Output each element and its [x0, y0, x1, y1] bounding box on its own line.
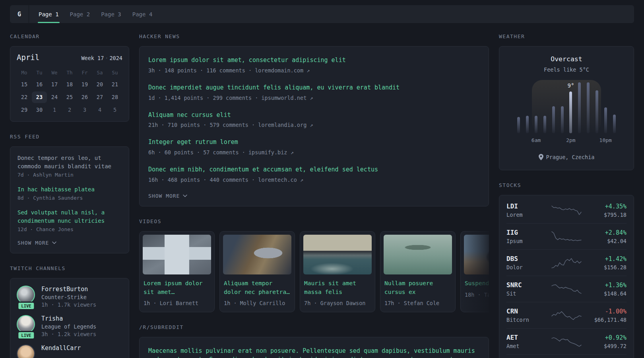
- weather-bar-slot: [610, 82, 619, 133]
- stock-row[interactable]: IIG Ipsum +2.84% $42.04: [506, 223, 627, 249]
- twitch-channel-name[interactable]: Trisha: [41, 315, 96, 322]
- weather-bar-slot: [575, 82, 584, 133]
- video-card[interactable]: Nullam posuere cursus ex 17h · Stefan Co…: [380, 231, 456, 313]
- hn-item: Lorem ipsum dolor sit amet, consectetur …: [148, 56, 480, 74]
- stock-row[interactable]: SNRC Sit +1.36% $148.64: [506, 276, 627, 302]
- rss-item-title[interactable]: Donec tempor eros leo, ut commodo mauris…: [17, 154, 122, 171]
- video-title[interactable]: Aliquam tempor dolor nec pharetra…: [224, 279, 291, 297]
- video-thumbnail[interactable]: [384, 235, 452, 274]
- tab-page-3[interactable]: Page 3: [101, 5, 121, 23]
- weather-bar: [526, 116, 529, 133]
- hn-item-title[interactable]: Lorem ipsum dolor sit amet, consectetur …: [148, 56, 480, 65]
- stock-row[interactable]: LDI Lorem +4.35% $795.18: [506, 197, 627, 223]
- stock-sparkline: [551, 230, 582, 243]
- calendar-day: 25: [62, 91, 77, 103]
- weekday-label: Th: [62, 68, 77, 78]
- stock-row[interactable]: DBS Dolor +1.42% $156.28: [506, 249, 627, 276]
- hn-item: Donec enim nibh, condimentum et accumsan…: [148, 165, 480, 183]
- stock-row[interactable]: CRN Bitcorn -1.00% $66,171.48: [506, 302, 627, 328]
- hn-item-meta-text: 3h · 148 points · 116 comments · loremdo…: [148, 67, 303, 74]
- hn-item-title[interactable]: Integer eget rutrum lorem: [148, 138, 480, 147]
- live-badge: LIVE: [17, 302, 35, 310]
- video-card[interactable]: Suspendisse diam 18h · Tara: [460, 231, 489, 313]
- twitch-channel-name[interactable]: ForrestBurton: [41, 286, 96, 293]
- stock-price: $499.72: [582, 343, 627, 349]
- calendar-day: 27: [92, 91, 107, 103]
- stock-ticker[interactable]: SNRC: [506, 281, 551, 289]
- stock-row[interactable]: CCS Consectetur +0.51% $165.84: [506, 354, 627, 358]
- video-card[interactable]: Mauris sit amet massa felis 7h · Grayson…: [300, 231, 375, 313]
- video-title[interactable]: Nullam posuere cursus ex: [384, 279, 451, 297]
- video-card[interactable]: Lorem ipsum dolor sit amet consectetu… 1…: [139, 231, 215, 313]
- calendar-day: 30: [32, 104, 47, 116]
- video-thumbnail[interactable]: [223, 235, 291, 274]
- hn-show-more-button[interactable]: SHOW MORE: [148, 193, 480, 199]
- external-link-icon[interactable]: ↗: [300, 177, 303, 183]
- twitch-channel-row[interactable]: LIVE Trisha League of Legends 3h · 1.2k …: [17, 315, 122, 337]
- calendar-day: 20: [92, 79, 107, 90]
- calendar-grid: Mo Tu We Th Fr Sa Su 15 16 17 18 19 20 2…: [17, 68, 122, 116]
- calendar-day-next-month: 3: [77, 104, 92, 116]
- twitch-channel-name[interactable]: KendallCarr: [41, 344, 81, 352]
- video-thumbnail[interactable]: [464, 235, 489, 274]
- stock-name: Dolor: [506, 264, 551, 270]
- stock-ticker[interactable]: DBS: [506, 255, 551, 263]
- weather-bar-slot: [523, 82, 532, 133]
- video-thumbnail[interactable]: [303, 235, 372, 274]
- hn-item-title[interactable]: Donec enim nibh, condimentum et accumsan…: [148, 165, 480, 174]
- tab-page-2[interactable]: Page 2: [70, 5, 90, 23]
- rss-item-title[interactable]: In hac habitasse platea: [17, 185, 122, 194]
- weather-bar: [613, 115, 616, 133]
- subreddit-post-title[interactable]: Maecenas mollis pulvinar erat non posuer…: [148, 347, 480, 358]
- external-link-icon[interactable]: ↗: [291, 149, 294, 156]
- rss-item: Sed volutpat nulla nisl, a condimentum n…: [17, 208, 122, 232]
- rss-show-more-label: SHOW MORE: [17, 240, 49, 246]
- stock-ticker[interactable]: AET: [506, 334, 551, 341]
- twitch-channel-row[interactable]: LIVE ForrestBurton Counter-Strike 1h · 1…: [17, 286, 122, 308]
- hn-item-title[interactable]: Donec imperdiet augue tincidunt felis al…: [148, 84, 480, 92]
- rss-section-title: RSS FEED: [10, 134, 129, 140]
- hn-item-title[interactable]: Aliquam nec cursus elit: [148, 111, 480, 120]
- tab-page-4[interactable]: Page 4: [132, 5, 153, 23]
- calendar-day: 16: [32, 79, 47, 90]
- weather-section-title: WEATHER: [499, 33, 634, 39]
- video-title[interactable]: Mauris sit amet massa felis: [304, 279, 371, 297]
- video-card[interactable]: Aliquam tempor dolor nec pharetra… 1h · …: [219, 231, 295, 313]
- chevron-down-icon: [183, 195, 187, 197]
- rss-item-title[interactable]: Sed volutpat nulla nisl, a condimentum n…: [17, 208, 122, 225]
- calendar-day: 24: [47, 91, 62, 103]
- calendar-day: 15: [17, 79, 32, 90]
- hn-item-meta-text: 21h · 710 points · 579 comments · loreml…: [148, 122, 306, 128]
- stock-sparkline: [551, 204, 582, 217]
- calendar-day-selected: 23: [32, 91, 47, 103]
- weekday-label: We: [47, 68, 62, 78]
- calendar-day-next-month: 4: [92, 104, 107, 116]
- stock-ticker[interactable]: CRN: [506, 307, 551, 315]
- weather-bar: [535, 116, 537, 133]
- calendar-day-next-month: 1: [47, 104, 62, 116]
- video-thumbnail[interactable]: [143, 235, 211, 274]
- twitch-channel-row[interactable]: KendallCarr: [17, 344, 122, 358]
- stock-row[interactable]: AET Amet +0.92% $499.72: [506, 328, 627, 354]
- stock-ticker[interactable]: LDI: [506, 202, 551, 210]
- calendar-day: 21: [107, 79, 122, 90]
- video-title[interactable]: Lorem ipsum dolor sit amet consectetu…: [144, 279, 210, 297]
- calendar-week-label: Week 17: [81, 55, 104, 61]
- rss-item: Donec tempor eros leo, ut commodo mauris…: [17, 154, 122, 178]
- rss-show-more-button[interactable]: SHOW MORE: [17, 240, 122, 246]
- external-link-icon[interactable]: ↗: [306, 67, 310, 74]
- external-link-icon[interactable]: ↗: [310, 122, 313, 128]
- hn-show-more-label: SHOW MORE: [148, 193, 180, 199]
- external-link-icon[interactable]: ↗: [310, 95, 313, 101]
- stock-sparkline: [551, 309, 582, 322]
- video-title[interactable]: Suspendisse diam: [465, 279, 489, 288]
- stock-change: +0.92%: [582, 334, 627, 341]
- stock-ticker[interactable]: IIG: [506, 229, 551, 236]
- weekday-label: Mo: [17, 68, 32, 78]
- middle-column: HACKER NEWS Lorem ipsum dolor sit amet, …: [139, 33, 489, 358]
- stock-change: +1.42%: [582, 255, 627, 263]
- calendar-day: 19: [77, 79, 92, 90]
- hn-item: Integer eget rutrum lorem 6h · 60 points…: [148, 138, 480, 156]
- tab-page-1[interactable]: Page 1: [39, 5, 59, 23]
- video-meta: 1h · Molly Carrillo: [224, 300, 291, 306]
